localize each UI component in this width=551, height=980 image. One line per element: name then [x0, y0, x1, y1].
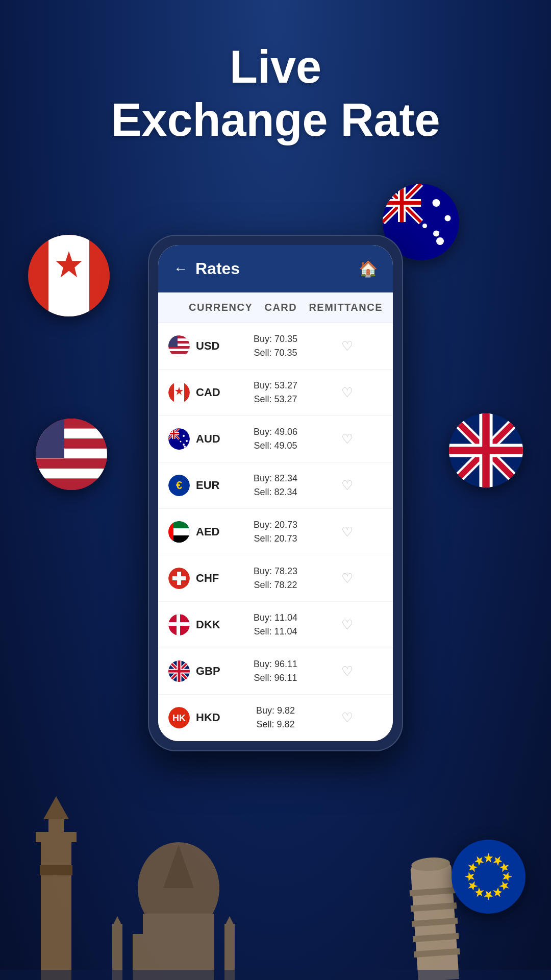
col-currency: CURRENCY	[168, 302, 253, 313]
rate-info: Buy: 70.35 Sell: 70.35	[240, 332, 311, 360]
buy-rate: Buy: 70.35	[240, 332, 311, 346]
buy-rate: Buy: 96.11	[240, 657, 311, 671]
currency-code: USD	[196, 339, 219, 353]
svg-rect-75	[168, 349, 190, 351]
sell-rate: Sell: 49.05	[240, 439, 311, 453]
rate-info: Buy: 20.73 Sell: 20.73	[240, 518, 311, 546]
svg-rect-105	[172, 576, 186, 580]
currency-info: CHF	[168, 568, 240, 589]
currency-code: CAD	[196, 386, 220, 399]
favorite-col[interactable]: ♡	[311, 571, 383, 586]
favorite-col[interactable]: ♡	[311, 617, 383, 633]
phone-screen: ← Rates 🏠 CURRENCY CARD REMITTANCE USD	[158, 245, 393, 741]
rate-info: Buy: 11.04 Sell: 11.04	[240, 611, 311, 639]
rate-info: Buy: 9.82 Sell: 9.82	[240, 704, 311, 731]
eu-flag	[452, 840, 525, 914]
table-row: GBP Buy: 96.11 Sell: 96.11 ♡	[158, 648, 393, 695]
heart-icon[interactable]: ♡	[341, 524, 353, 540]
svg-point-17	[436, 237, 444, 245]
svg-rect-51	[48, 817, 64, 837]
currency-code: AUD	[196, 432, 220, 446]
rate-info: Buy: 96.11 Sell: 96.11	[240, 657, 311, 685]
svg-point-94	[180, 441, 182, 443]
svg-rect-1	[48, 235, 89, 316]
currency-code: HKD	[196, 711, 220, 724]
rate-info: Buy: 78.23 Sell: 78.22	[240, 565, 311, 592]
favorite-col[interactable]: ♡	[311, 385, 383, 401]
heart-icon[interactable]: ♡	[341, 385, 353, 401]
rate-info: Buy: 53.27 Sell: 53.27	[240, 379, 311, 406]
svg-point-15	[433, 231, 439, 237]
svg-rect-49	[41, 837, 71, 980]
heart-icon[interactable]: ♡	[341, 664, 353, 679]
currency-code: EUR	[196, 479, 219, 492]
svg-point-16	[422, 224, 427, 228]
currency-info: USD	[168, 335, 240, 357]
currency-code: GBP	[196, 665, 220, 678]
table-row: CAD Buy: 53.27 Sell: 53.27 ♡	[158, 370, 393, 416]
currency-info: GBP	[168, 660, 240, 682]
home-icon[interactable]: 🏠	[359, 260, 378, 278]
column-headers: CURRENCY CARD REMITTANCE	[158, 292, 393, 323]
currency-info: DKK	[168, 614, 240, 635]
heart-icon[interactable]: ♡	[341, 338, 353, 354]
sell-rate: Sell: 9.82	[240, 718, 311, 731]
sell-rate: Sell: 11.04	[240, 625, 311, 639]
phone-mockup: ← Rates 🏠 CURRENCY CARD REMITTANCE USD	[148, 235, 403, 751]
currency-list: USD Buy: 70.35 Sell: 70.35 ♡ CAD Buy: 53…	[158, 323, 393, 741]
usa-flag	[36, 419, 107, 490]
flag-icon-hkd: HK	[168, 707, 190, 728]
heart-icon[interactable]: ♡	[341, 617, 353, 633]
canada-flag	[28, 235, 110, 316]
header-left: ← Rates	[173, 259, 240, 278]
svg-marker-60	[112, 916, 122, 926]
svg-point-14	[445, 215, 451, 222]
buy-rate: Buy: 20.73	[240, 518, 311, 532]
currency-info: € EUR	[168, 475, 240, 496]
sell-rate: Sell: 53.27	[240, 393, 311, 406]
buy-rate: Buy: 82.34	[240, 472, 311, 485]
buy-rate: Buy: 9.82	[240, 704, 311, 718]
uk-flag	[449, 413, 523, 487]
heart-icon[interactable]: ♡	[341, 710, 353, 726]
currency-code: CHF	[196, 572, 219, 585]
favorite-col[interactable]: ♡	[311, 710, 383, 726]
rate-info: Buy: 82.34 Sell: 82.34	[240, 472, 311, 499]
currency-info: CAD	[168, 382, 240, 403]
svg-text:HK: HK	[172, 713, 186, 723]
table-row: USD Buy: 70.35 Sell: 70.35 ♡	[158, 323, 393, 370]
table-row: DKK Buy: 11.04 Sell: 11.04 ♡	[158, 602, 393, 648]
flag-icon-dkk	[168, 614, 190, 635]
col-card: CARD	[253, 302, 309, 313]
currency-info: AED	[168, 521, 240, 543]
back-button[interactable]: ←	[173, 261, 188, 277]
buy-rate: Buy: 49.06	[240, 425, 311, 439]
favorite-col[interactable]: ♡	[311, 664, 383, 679]
svg-text:€: €	[176, 479, 182, 492]
favorite-col[interactable]: ♡	[311, 338, 383, 354]
flag-icon-eur: €	[168, 475, 190, 496]
sell-rate: Sell: 20.73	[240, 532, 311, 546]
flag-icon-cad	[168, 382, 190, 403]
favorite-col[interactable]: ♡	[311, 478, 383, 494]
favorite-col[interactable]: ♡	[311, 524, 383, 540]
table-row: HK HKD Buy: 9.82 Sell: 9.82 ♡	[158, 695, 393, 741]
svg-rect-102	[168, 521, 173, 543]
heart-icon[interactable]: ♡	[341, 431, 353, 447]
svg-point-13	[433, 199, 440, 207]
table-row: CHF Buy: 78.23 Sell: 78.22 ♡	[158, 555, 393, 602]
table-row: AUD Buy: 49.06 Sell: 49.05 ♡	[158, 416, 393, 462]
sell-rate: Sell: 82.34	[240, 485, 311, 499]
buy-rate: Buy: 78.23	[240, 565, 311, 578]
currency-code: DKK	[196, 618, 220, 631]
heart-icon[interactable]: ♡	[341, 478, 353, 494]
svg-rect-76	[168, 354, 190, 357]
favorite-col[interactable]: ♡	[311, 431, 383, 447]
svg-marker-52	[43, 796, 69, 819]
svg-rect-108	[168, 622, 190, 626]
heart-icon[interactable]: ♡	[341, 571, 353, 586]
flag-icon-chf	[168, 568, 190, 589]
app-header: ← Rates 🏠	[158, 245, 393, 292]
sell-rate: Sell: 96.11	[240, 671, 311, 685]
svg-point-93	[183, 444, 185, 446]
